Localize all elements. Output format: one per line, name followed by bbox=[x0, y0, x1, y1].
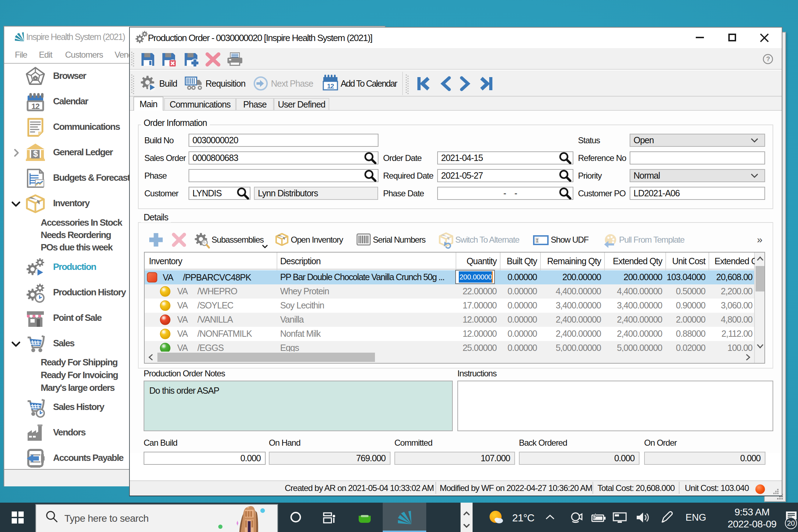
svg-text:12: 12 bbox=[31, 102, 40, 111]
svg-text:I: I bbox=[536, 238, 538, 244]
svg-text:12: 12 bbox=[327, 82, 334, 90]
svg-text:$: $ bbox=[33, 149, 38, 158]
svg-text:?: ? bbox=[766, 56, 770, 63]
